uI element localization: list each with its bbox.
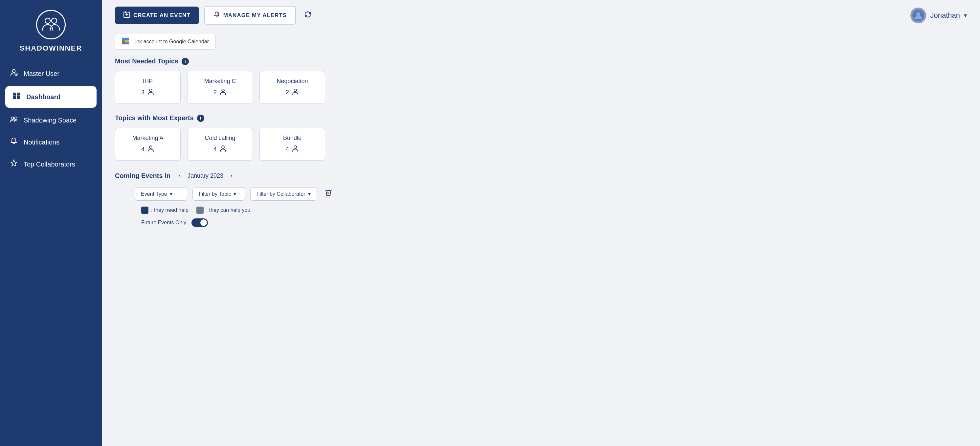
most-needed-topic-name-2: Negociation: [277, 78, 308, 85]
shadowing-space-icon: [9, 115, 18, 126]
filter-by-collaborator-dropdown[interactable]: Filter by Collaborator ▾: [250, 187, 317, 201]
legend-can-help: : they can help you: [196, 207, 250, 214]
filters-row: Event Type ▾ Filter by Topic ▾ Filter by…: [115, 187, 967, 201]
svg-rect-5: [17, 92, 20, 96]
google-calendar-link-button[interactable]: Link account to Google Calendar: [115, 34, 216, 49]
most-needed-topic-card-0: IHP 3: [115, 71, 181, 104]
expert-topic-count-0: 4: [141, 145, 154, 154]
svg-point-1: [52, 18, 57, 23]
sidebar-item-top-collaborators[interactable]: Top Collaborators: [0, 153, 102, 175]
topbar: CREATE AN EVENT MANAGE MY ALERTS: [102, 0, 980, 30]
coming-events-header: Coming Events in ‹ January 2023 ›: [115, 171, 967, 181]
svg-point-13: [916, 12, 920, 16]
prev-month-button[interactable]: ‹: [176, 171, 183, 181]
can-help-legend-label: : they can help you: [206, 207, 250, 213]
svg-rect-15: [122, 38, 129, 40]
svg-rect-6: [13, 96, 16, 99]
most-needed-topics-section-title: Most Needed Topics i: [115, 57, 967, 65]
manage-alerts-button[interactable]: MANAGE MY ALERTS: [204, 6, 296, 25]
expert-topic-name-0: Marketing A: [132, 135, 163, 142]
create-event-button[interactable]: CREATE AN EVENT: [115, 6, 199, 24]
clear-filters-button[interactable]: [322, 188, 335, 200]
expert-topic-count-2: 4: [286, 145, 299, 154]
svg-point-21: [222, 89, 224, 92]
sidebar-item-shadowing-space[interactable]: Shadowing Space: [0, 109, 102, 131]
sidebar-logo-area: SHADOWINNER: [0, 0, 102, 59]
expert-topic-name-2: Bundle: [283, 135, 301, 142]
svg-point-22: [294, 89, 297, 92]
most-needed-topics-cards: IHP 3 Marketing C 2: [115, 71, 967, 104]
filter-by-topic-dropdown[interactable]: Filter by Topic ▾: [192, 187, 245, 201]
expert-person-icon-1: [220, 145, 227, 154]
expert-topic-name-1: Cold calling: [205, 135, 235, 142]
sidebar-brand-name: SHADOWINNER: [20, 44, 83, 53]
topics-most-experts-title-text: Topics with Most Experts: [115, 114, 194, 122]
current-month-label: January 2023: [188, 172, 223, 179]
most-needed-topic-name-0: IHP: [143, 78, 153, 85]
sidebar-item-shadowing-space-label: Shadowing Space: [24, 116, 76, 124]
month-navigation: ‹ January 2023 ›: [176, 171, 235, 181]
event-type-label: Event Type: [141, 191, 167, 197]
next-month-button[interactable]: ›: [228, 171, 235, 181]
topics-most-experts-card-2: Bundle 4: [259, 128, 325, 161]
manage-alerts-label: MANAGE MY ALERTS: [223, 12, 287, 19]
svg-point-24: [222, 146, 224, 148]
sidebar-item-dashboard[interactable]: Dashboard: [5, 86, 97, 108]
event-type-chevron-icon: ▾: [170, 191, 172, 197]
top-collaborators-icon: [9, 159, 18, 169]
legend-row: : they need help : they can help you: [115, 207, 967, 214]
filter-collaborator-chevron-icon: ▾: [308, 191, 311, 197]
need-help-color-dot: [141, 207, 148, 214]
svg-point-23: [150, 146, 152, 148]
can-help-color-dot: [196, 207, 204, 214]
person-icon-1: [220, 88, 227, 97]
user-area[interactable]: Jonathan ▾: [910, 8, 967, 23]
create-event-label: CREATE AN EVENT: [133, 12, 191, 19]
filter-topic-chevron-icon: ▾: [234, 191, 236, 197]
dashboard-icon: [12, 92, 21, 102]
svg-point-8: [11, 117, 14, 119]
sidebar-item-top-collaborators-label: Top Collaborators: [24, 161, 75, 168]
svg-point-20: [150, 89, 152, 92]
svg-rect-18: [122, 42, 125, 45]
svg-point-25: [294, 146, 297, 148]
topics-most-experts-card-0: Marketing A 4: [115, 128, 181, 161]
sidebar-item-notifications[interactable]: Notifications: [0, 131, 102, 153]
user-dropdown-arrow-icon: ▾: [964, 12, 967, 19]
need-help-legend-label: : they need help: [151, 207, 189, 213]
create-event-icon: [124, 11, 130, 19]
coming-events-title-text: Coming Events in: [115, 172, 170, 180]
legend-need-help: : they need help: [141, 207, 189, 214]
expert-person-icon-0: [147, 145, 154, 154]
future-events-row: Future Events Only: [115, 218, 967, 227]
most-needed-topics-info-icon[interactable]: i: [181, 58, 189, 65]
notifications-icon: [9, 137, 18, 147]
user-name-label: Jonathan: [930, 11, 960, 20]
content-area: Link account to Google Calendar Most Nee…: [102, 30, 980, 446]
svg-point-2: [13, 70, 16, 73]
sidebar: SHADOWINNER Master User: [0, 0, 102, 446]
topics-most-experts-info-icon[interactable]: i: [197, 115, 204, 122]
svg-rect-7: [17, 96, 20, 99]
most-needed-topic-card-2: Negociation 2: [259, 71, 325, 104]
filter-by-topic-label: Filter by Topic: [199, 191, 231, 197]
expert-topic-count-1: 4: [213, 145, 227, 154]
most-needed-topic-count-2: 2: [286, 88, 299, 97]
svg-rect-19: [125, 42, 129, 45]
expert-person-icon-2: [292, 145, 299, 154]
sidebar-item-master-user[interactable]: Master User: [0, 62, 102, 85]
svg-point-9: [14, 117, 17, 119]
event-type-dropdown[interactable]: Event Type ▾: [135, 187, 187, 201]
sidebar-item-notifications-label: Notifications: [24, 139, 59, 146]
most-needed-topic-count-1: 2: [213, 88, 227, 97]
future-events-label: Future Events Only: [141, 220, 186, 226]
sidebar-logo-icon: [36, 10, 66, 40]
user-avatar: [910, 8, 926, 23]
sidebar-nav: Master User Dashboard: [0, 59, 102, 178]
filter-by-collaborator-label: Filter by Collaborator: [256, 191, 305, 197]
main-content: CREATE AN EVENT MANAGE MY ALERTS: [102, 0, 980, 446]
most-needed-topic-card-1: Marketing C 2: [187, 71, 253, 104]
refresh-button[interactable]: [301, 8, 314, 23]
future-events-toggle[interactable]: [191, 218, 208, 227]
person-icon-0: [147, 88, 154, 97]
